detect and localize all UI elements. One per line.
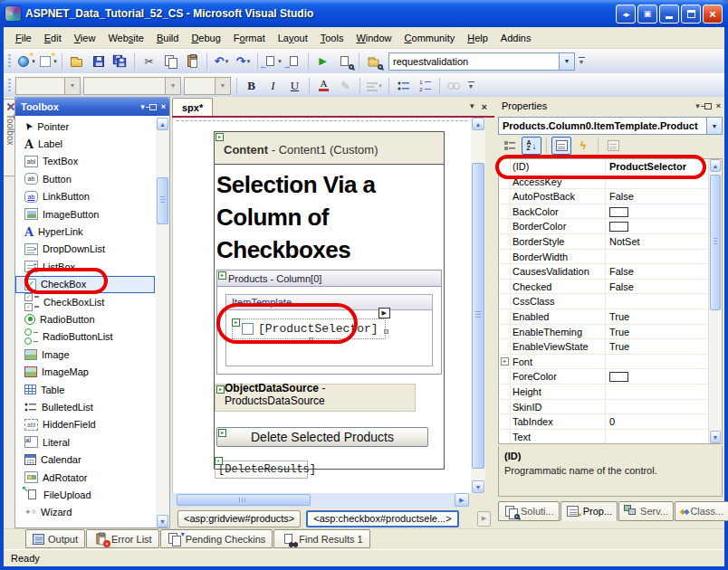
deleteresults-label-control[interactable]: ▸ [DeleteResults] [215,461,308,479]
chevron-down-icon[interactable]: ▼ [706,118,722,134]
toolbox-item-hyperlink[interactable]: AHyperLink [15,223,155,240]
tag-navigator-button[interactable]: <asp:checkbox#productsele...> [306,510,458,527]
tab-pending-checkins[interactable]: ▾Pending Checkins [160,529,273,548]
property-row-tabindex[interactable]: TabIndex0 [499,414,722,430]
gridview-control[interactable]: ▸ Products - Column[0] ItemTemplate ▸ [P… [216,270,442,375]
toolbox-item-imagemap[interactable]: ImageMap [15,363,155,380]
menu-tools[interactable]: Tools [314,30,350,46]
toolbox-menu-button[interactable]: ▾ [140,102,145,111]
open-file-button[interactable] [66,52,87,71]
property-value[interactable] [606,294,722,309]
toolbox-item-dropdownlist[interactable]: ▾DropDownList [15,241,155,258]
toolbox-autohide-pin-button[interactable] [149,104,157,110]
undo-button[interactable]: ↶▾ [211,52,232,71]
cut-button[interactable]: ✂ [139,52,159,71]
resize-handle[interactable] [309,337,313,342]
add-component-button[interactable]: ✶▾ [37,52,58,71]
tab-properties-window[interactable]: ✶Prop... [560,501,618,521]
toolbox-item-textbox[interactable]: ablTextBox [15,153,155,170]
property-row-enabletheming[interactable]: EnableThemingTrue [499,325,722,340]
property-row-id[interactable]: (ID)ProductSelector [499,159,722,175]
chevron-down-icon[interactable]: ▼ [165,78,180,94]
design-horizontal-scrollbar[interactable]: ▶ [172,493,469,508]
toolbox-item-radiobutton[interactable]: RadioButton [15,310,155,328]
maximize-button[interactable] [681,5,701,24]
objectdatasource-control[interactable]: ▸ ObjectDataSource - ProductsDataSource [215,384,416,412]
toolbox-item-image[interactable]: Image [15,346,155,363]
view-in-browser-button[interactable] [334,52,355,71]
property-row-cssclass[interactable]: CssClass [499,294,722,309]
toolbox-titlebar[interactable]: Toolbox ▾ × [15,98,169,116]
style-combobox[interactable]: ▼ [15,77,81,95]
property-row-height[interactable]: Height [499,385,722,400]
bullet-list-button[interactable] [393,76,414,96]
toolbar-options-icon[interactable]: ▼ [576,52,587,71]
tab-error-list[interactable]: ✕Error List [86,529,159,548]
numbered-list-button[interactable]: 12 [415,76,436,96]
tab-class-view[interactable]: ◆◆Class... [675,501,728,521]
toolbox-item-checkbox[interactable]: ✓CheckBox [15,276,155,293]
scroll-down-icon[interactable]: ▼ [157,515,168,527]
navigate-forward-button[interactable]: → [283,52,304,71]
toolbox-item-radiobuttonlist[interactable]: RadioButtonList [15,328,155,346]
scroll-up-icon[interactable]: ▲ [472,118,484,130]
property-row-causesvalidation[interactable]: CausesValidationFalse [499,264,722,280]
property-row-borderwidth[interactable]: BorderWidth [499,250,722,265]
property-value[interactable] [606,369,722,384]
property-value[interactable]: True [606,309,722,324]
menu-debug[interactable]: Debug [185,30,226,46]
toolbox-item-checkboxlist[interactable]: CheckBoxList [15,293,155,310]
command-search-combobox[interactable]: requestvalidation▼ [388,52,575,71]
toolbox-item-bulletedlist[interactable]: BulletedList [15,398,155,415]
property-value[interactable] [606,219,722,233]
smart-tag-button[interactable]: ▶ [378,308,390,318]
tag-navigator-more-button[interactable]: ▶ [477,511,491,527]
menu-edit[interactable]: Edit [38,30,68,46]
property-row-accesskey[interactable]: AccessKey [499,175,722,190]
property-value[interactable] [606,250,722,264]
object-selector-combobox[interactable]: Products.Column0.ItemTemplate.Product ▼ [498,117,723,135]
property-value[interactable]: ProductSelector [606,159,722,174]
toolbar-grip[interactable] [8,79,11,93]
document-tab[interactable]: spx* [172,98,213,116]
font-name-combobox[interactable]: ▼ [83,77,181,95]
expand-icon[interactable]: + [501,357,509,366]
property-row-forecolor[interactable]: ForeColor [499,369,722,385]
menu-website[interactable]: Website [101,30,150,46]
pane-arrows-button[interactable]: ◀▶ [616,5,636,24]
toolbox-item-adrotator[interactable]: AdRotator [15,469,155,486]
checkbox-square[interactable] [242,323,254,335]
navigate-backward-button[interactable]: ←▾ [262,52,283,71]
properties-titlebar[interactable]: Properties ▾ × [496,97,724,115]
tag-navigator-button[interactable]: <asp:gridview#products> [177,510,301,527]
property-value[interactable]: NotSet [606,234,722,249]
titlebar[interactable]: ASPNET_Data_Tutorial_52_CS - Microsoft V… [0,0,728,27]
properties-autohide-pin-button[interactable] [704,103,712,109]
property-value[interactable]: False [606,264,722,279]
az-sort-button[interactable]: AZ↓ [522,137,541,155]
italic-button[interactable]: I [263,76,283,96]
resize-handle[interactable] [384,329,388,334]
scroll-down-icon[interactable]: ▼ [472,480,484,493]
chevron-down-icon[interactable]: ▼ [559,53,574,70]
property-row-checked[interactable]: CheckedFalse [499,280,722,295]
scroll-up-icon[interactable]: ▲ [157,118,168,130]
property-value[interactable]: 0 [606,414,722,429]
find-in-files-button[interactable] [363,52,384,71]
content-control[interactable]: ▸ Content - Content1 (Custom) Selection … [214,131,445,470]
property-grid-scrollbar[interactable]: ▲ ▼ [708,159,722,443]
property-row-skinid[interactable]: SkinID [499,400,722,415]
tab-output[interactable]: Output [25,529,85,548]
scroll-up-icon[interactable]: ▲ [710,159,721,172]
toolbox-item-linkbutton[interactable]: abLinkButton [15,188,155,205]
start-debug-button[interactable]: ▶ [312,52,333,71]
events-button[interactable]: ϟ [573,137,593,155]
productselector-checkbox-control[interactable]: ▸ [ProductSelector] ▶ [232,318,386,339]
scrollbar-thumb[interactable] [157,177,168,224]
property-value[interactable]: False [606,189,722,204]
menu-layout[interactable]: Layout [272,30,314,46]
menu-help[interactable]: Help [461,30,494,46]
toolbox-item-fileupload[interactable]: ↖FileUpload [15,486,155,503]
toolbar-options-icon[interactable]: ▼ [465,76,476,96]
toolbox-item-hiddenfield[interactable]: ablHiddenField [15,416,155,433]
